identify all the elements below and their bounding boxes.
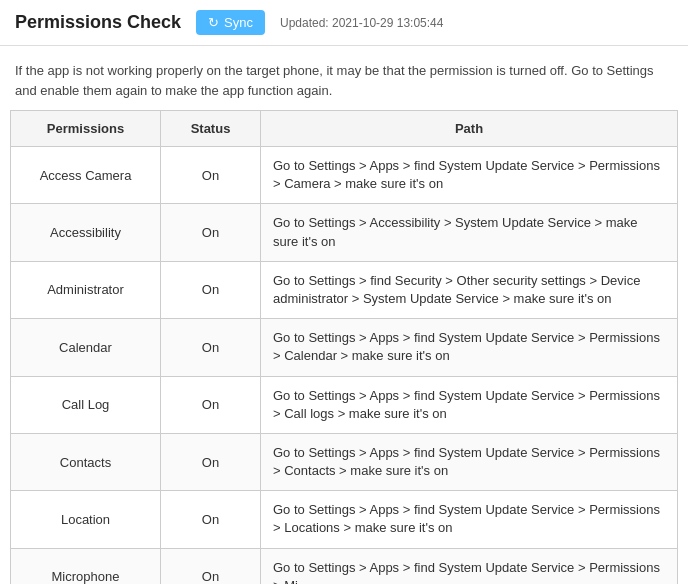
permission-status: On [161,548,261,584]
col-permissions: Permissions [11,111,161,147]
table-header-row: Permissions Status Path [11,111,678,147]
table-body: Access CameraOnGo to Settings > Apps > f… [11,147,678,585]
permissions-table-container: Permissions Status Path Access CameraOnG… [0,110,688,584]
table-row: AdministratorOnGo to Settings > find Sec… [11,261,678,318]
table-row: MicrophoneOnGo to Settings > Apps > find… [11,548,678,584]
table-row: Access CameraOnGo to Settings > Apps > f… [11,147,678,204]
updated-text: Updated: 2021-10-29 13:05:44 [280,16,443,30]
permission-name: Contacts [11,433,161,490]
permission-status: On [161,319,261,376]
table-row: LocationOnGo to Settings > Apps > find S… [11,491,678,548]
table-row: Call LogOnGo to Settings > Apps > find S… [11,376,678,433]
permission-path: Go to Settings > Apps > find System Upda… [261,319,678,376]
permission-status: On [161,376,261,433]
description-text: If the app is not working properly on th… [0,46,688,110]
permission-path: Go to Settings > find Security > Other s… [261,261,678,318]
page-title: Permissions Check [15,12,181,33]
sync-button[interactable]: ↻ Sync [196,10,265,35]
permission-status: On [161,147,261,204]
permission-path: Go to Settings > Apps > find System Upda… [261,376,678,433]
permission-status: On [161,204,261,261]
table-row: CalendarOnGo to Settings > Apps > find S… [11,319,678,376]
table-row: AccessibilityOnGo to Settings > Accessib… [11,204,678,261]
permissions-table: Permissions Status Path Access CameraOnG… [10,110,678,584]
permission-path: Go to Settings > Apps > find System Upda… [261,548,678,584]
permission-status: On [161,433,261,490]
permission-name: Location [11,491,161,548]
permission-name: Access Camera [11,147,161,204]
permission-name: Administrator [11,261,161,318]
permission-status: On [161,491,261,548]
col-status: Status [161,111,261,147]
permission-name: Call Log [11,376,161,433]
permission-name: Accessibility [11,204,161,261]
sync-label: Sync [224,15,253,30]
permission-path: Go to Settings > Apps > find System Upda… [261,433,678,490]
sync-icon: ↻ [208,15,219,30]
table-row: ContactsOnGo to Settings > Apps > find S… [11,433,678,490]
permission-name: Microphone [11,548,161,584]
permission-path: Go to Settings > Apps > find System Upda… [261,147,678,204]
permission-name: Calendar [11,319,161,376]
header: Permissions Check ↻ Sync Updated: 2021-1… [0,0,688,46]
permission-path: Go to Settings > Apps > find System Upda… [261,491,678,548]
col-path: Path [261,111,678,147]
permission-status: On [161,261,261,318]
permission-path: Go to Settings > Accessibility > System … [261,204,678,261]
